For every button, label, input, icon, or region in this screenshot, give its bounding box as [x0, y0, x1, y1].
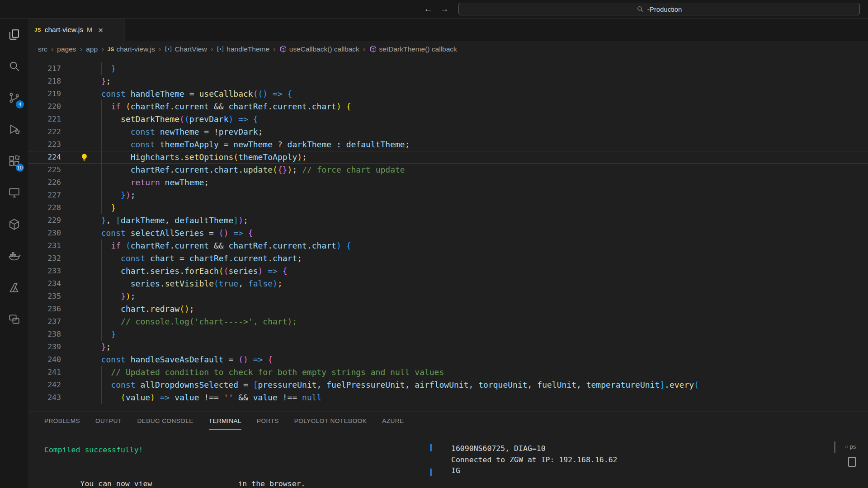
gutter-decoration [61, 277, 91, 290]
code-line[interactable]: 221 setDarkTheme((prevDark) => { [28, 113, 868, 126]
indent-guide [91, 366, 101, 379]
indent-guide [101, 176, 111, 189]
activity-item-containers[interactable] [0, 208, 28, 240]
breadcrumb-item[interactable]: useCallback() callback [279, 45, 359, 53]
gutter-decoration [61, 353, 91, 366]
chevron-right-icon: › [101, 45, 104, 54]
code-line[interactable]: 227 }); [28, 189, 868, 202]
code-line[interactable]: 218 }; [28, 75, 868, 88]
breadcrumb-item[interactable]: app [86, 45, 98, 53]
indent-guide [101, 391, 111, 404]
line-number: 224 [28, 151, 61, 164]
code-line[interactable]: 229 }, [darkTheme, defaultTheme]); [28, 214, 868, 227]
chevron-right-icon: › [273, 45, 276, 54]
panel-tab-terminal[interactable]: TERMINAL [209, 412, 241, 430]
code-line[interactable]: 217 } [28, 62, 868, 75]
indent-guide [91, 100, 101, 113]
tab-chart-view-js[interactable]: JS chart-view.js M × [28, 19, 125, 41]
close-icon[interactable]: × [98, 26, 103, 34]
activity-bar: 410 [0, 19, 28, 488]
code-line[interactable]: 234 series.setVisible(true, false); [28, 277, 868, 290]
gutter-decoration [61, 227, 91, 239]
code-line[interactable]: 238 } [28, 328, 868, 341]
terminal-scrollbar[interactable] [834, 441, 835, 453]
code-line[interactable]: 231 if (chartRef.current && chartRef.cur… [28, 239, 868, 252]
terminal[interactable]: Compiled successfully! You can now viewi… [28, 430, 868, 488]
code-line[interactable]: 228 } [28, 202, 868, 214]
panel-tab-problems[interactable]: PROBLEMS [44, 412, 80, 430]
code-line[interactable]: 223 const themeToApply = newTheme ? dark… [28, 138, 868, 151]
panel-tab-output[interactable]: OUTPUT [95, 412, 122, 430]
indent-guide [111, 176, 121, 189]
indent-guide [91, 252, 101, 265]
indent-guide [111, 277, 121, 290]
code-line[interactable]: 235 }); [28, 290, 868, 303]
code-line[interactable]: 243 (value) => value !== '' && value !==… [28, 391, 868, 404]
code-line[interactable]: 224 Highcharts.setOptions(themeToApply); [28, 151, 868, 164]
indent-guide [121, 138, 131, 151]
symbol-variable-icon [165, 45, 172, 53]
indent-guide [101, 328, 111, 341]
panel-tab-debug-console[interactable]: DEBUG CONSOLE [137, 412, 193, 430]
indent-guide [91, 176, 101, 189]
code-line[interactable]: 242 const allDropdownsSelected = [pressu… [28, 379, 868, 391]
code-line[interactable]: 233 chart.series.forEach((series) => { [28, 265, 868, 277]
editor[interactable]: 217 }218 };219 const handleTheme = useCa… [28, 57, 868, 412]
browser-message-suffix: in the browser. [238, 479, 305, 488]
indent-guide [91, 113, 101, 126]
back-arrow-icon[interactable]: ← [421, 0, 435, 18]
indent-guide [91, 88, 101, 100]
code-line[interactable]: 222 const newTheme = !prevDark; [28, 126, 868, 138]
activity-item-extensions[interactable]: 10 [0, 145, 28, 177]
breadcrumb-item[interactable]: src [38, 45, 47, 53]
lightbulb-icon[interactable] [61, 151, 91, 164]
indent-guide [101, 265, 111, 277]
gutter-decoration [61, 138, 91, 151]
activity-item-docker[interactable] [0, 240, 28, 272]
panel-tab-azure[interactable]: AZURE [382, 412, 404, 430]
activity-item-source-control[interactable]: 4 [0, 82, 28, 113]
gutter-decoration [61, 379, 91, 391]
indent-guide [101, 290, 111, 303]
activity-item-search[interactable] [0, 50, 28, 82]
code-line[interactable]: 219 const handleTheme = useCallback(() =… [28, 88, 868, 100]
code-line[interactable]: 240 const handleSaveAsDefault = () => { [28, 353, 868, 366]
forward-arrow-icon[interactable]: → [438, 0, 451, 18]
title-bar: ← → -Production [0, 0, 868, 19]
activity-item-live-share[interactable] [0, 303, 28, 335]
code-line[interactable]: 236 chart.redraw(); [28, 303, 868, 315]
panel-tab-polyglot-notebook[interactable]: POLYGLOT NOTEBOOK [294, 412, 367, 430]
tab-bar: JS chart-view.js M × [28, 19, 868, 41]
breadcrumb-item[interactable]: pages [57, 45, 76, 53]
breadcrumb-item[interactable]: setDarkTheme() callback [369, 45, 457, 53]
activity-item-explorer[interactable] [0, 19, 28, 50]
docker-whale-icon [8, 249, 21, 263]
code-line[interactable]: 237 // console.log('chart---->', chart); [28, 315, 868, 328]
js-file-icon: JS [108, 47, 114, 52]
gutter-decoration [61, 303, 91, 315]
line-number: 233 [28, 265, 61, 277]
breadcrumb-item[interactable]: ChartView [165, 45, 207, 53]
breadcrumb-item[interactable]: JSchart-view.js [108, 45, 155, 53]
activity-item-run-and-debug[interactable] [0, 113, 28, 145]
indent-guide [101, 303, 111, 315]
code-line[interactable]: 239 }; [28, 341, 868, 353]
line-number: 231 [28, 239, 61, 252]
terminal-tab-hint[interactable]: ○ ps [844, 443, 856, 450]
activity-item-azure[interactable] [0, 272, 28, 303]
code-line[interactable]: 241 // Updated condition to check for bo… [28, 366, 868, 379]
panel-tab-ports[interactable]: PORTS [257, 412, 279, 430]
command-center-search[interactable]: -Production [458, 3, 860, 15]
code-line[interactable]: 220 if (chartRef.current && chartRef.cur… [28, 100, 868, 113]
code-line[interactable]: 225 chartRef.current.chart.update({}); /… [28, 164, 868, 176]
terminal-panel-icon[interactable] [848, 457, 856, 467]
breadcrumb-item[interactable]: handleTheme [217, 45, 269, 53]
activity-badge: 4 [16, 100, 24, 108]
code-line[interactable]: 232 const chart = chartRef.current.chart… [28, 252, 868, 265]
terminal-right-pane[interactable]: 16090NS60725, DIAG=10Connected to ZGW at… [451, 443, 618, 477]
code-line[interactable]: 230 const selectAllSeries = () => { [28, 227, 868, 239]
activity-item-remote-explorer[interactable] [0, 177, 28, 208]
indent-guide [91, 290, 101, 303]
terminal-left-pane[interactable]: Compiled successfully! You can now viewi… [44, 444, 305, 478]
code-line[interactable]: 226 return newTheme; [28, 176, 868, 189]
